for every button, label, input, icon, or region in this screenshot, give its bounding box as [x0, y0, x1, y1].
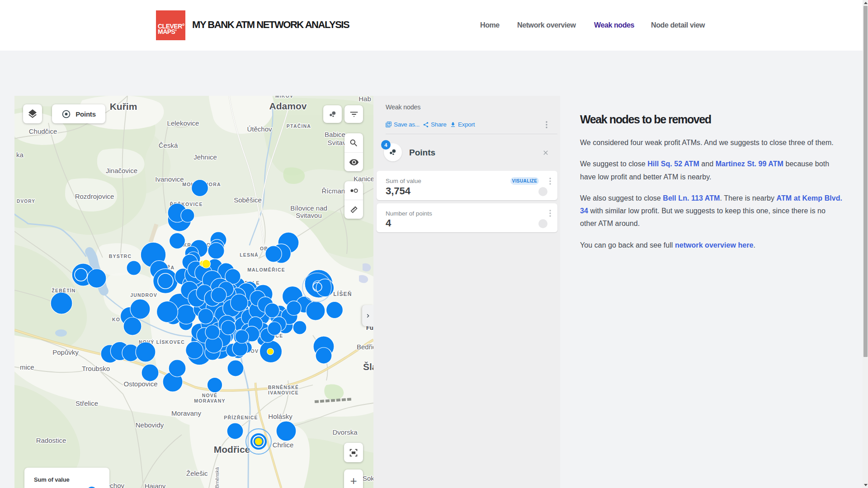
svg-text:Modřice: Modřice: [214, 444, 250, 455]
svg-text:Dvorska: Dvorska: [332, 428, 358, 436]
svg-text:Moravany: Moravany: [171, 409, 201, 417]
svg-text:Chudčice: Chudčice: [29, 127, 57, 135]
svg-text:Soko: Soko: [363, 474, 373, 482]
svg-text:Rozdrojovice: Rozdrojovice: [75, 192, 114, 200]
svg-text:Popůvky: Popůvky: [52, 348, 79, 356]
svg-text:Svitavou: Svitavou: [296, 211, 322, 219]
svg-text:Brněnská: Brněnská: [214, 467, 220, 488]
svg-text:Troubsko: Troubsko: [82, 365, 110, 372]
svg-text:Svitav: Svitav: [328, 139, 346, 146]
svg-text:PTAČINA: PTAČINA: [287, 123, 311, 129]
svg-text:BRNĚNSKÉ: BRNĚNSKÉ: [268, 385, 299, 390]
svg-text:BYSTRC: BYSTRC: [109, 253, 132, 259]
svg-text:mice: mice: [20, 363, 34, 371]
svg-text:Želešic: Želešic: [186, 469, 208, 477]
svg-text:KO: KO: [112, 317, 120, 322]
svg-text:Útěchov: Útěchov: [247, 125, 272, 133]
svg-text:MALOMĚŘICE: MALOMĚŘICE: [247, 267, 285, 272]
svg-text:Šla: Šla: [363, 361, 373, 372]
svg-text:ka: ka: [16, 151, 24, 159]
svg-text:Radostice: Radostice: [36, 436, 66, 444]
svg-text:PŘÍZŘENICE: PŘÍZŘENICE: [224, 415, 258, 420]
svg-text:Bílovice nad: Bílovice nad: [290, 204, 327, 212]
svg-text:Chrlice: Chrlice: [273, 441, 294, 449]
svg-text:Jehnice: Jehnice: [193, 153, 217, 161]
svg-text:Kuřim: Kuřim: [110, 101, 137, 112]
svg-text:Řícmani: Řícmani: [321, 187, 346, 195]
svg-text:NOVÉ: NOVÉ: [202, 393, 218, 398]
svg-text:Střelice: Střelice: [75, 399, 98, 407]
svg-text:Babice: Babice: [325, 131, 345, 138]
svg-text:Česká: Česká: [159, 141, 178, 149]
svg-text:MIKOV: MIKOV: [275, 96, 293, 99]
svg-text:Bedřic: Bedřic: [357, 343, 373, 351]
svg-text:Nebovidy: Nebovidy: [136, 421, 164, 429]
svg-text:MORAVANY: MORAVANY: [194, 398, 225, 404]
svg-text:Hab: Hab: [359, 96, 371, 103]
svg-text:JUNDROV: JUNDROV: [130, 292, 157, 298]
svg-text:LÍŠEŇ: LÍŠEŇ: [333, 291, 352, 297]
svg-text:LESNÁ: LESNÁ: [240, 252, 259, 258]
svg-text:Adamov: Adamov: [269, 101, 307, 111]
svg-text:Soběšice: Soběšice: [234, 196, 262, 204]
svg-text:DVORY: DVORY: [17, 199, 35, 204]
svg-text:Holásky: Holásky: [268, 413, 292, 420]
svg-text:Jinačovice: Jinačovice: [106, 167, 137, 174]
svg-text:Lelekovice: Lelekovice: [167, 119, 199, 127]
svg-text:Hajany: Hajany: [145, 482, 166, 488]
svg-text:Ivanovice: Ivanovice: [155, 175, 184, 183]
svg-text:IVANOVICE: IVANOVICE: [268, 390, 299, 395]
